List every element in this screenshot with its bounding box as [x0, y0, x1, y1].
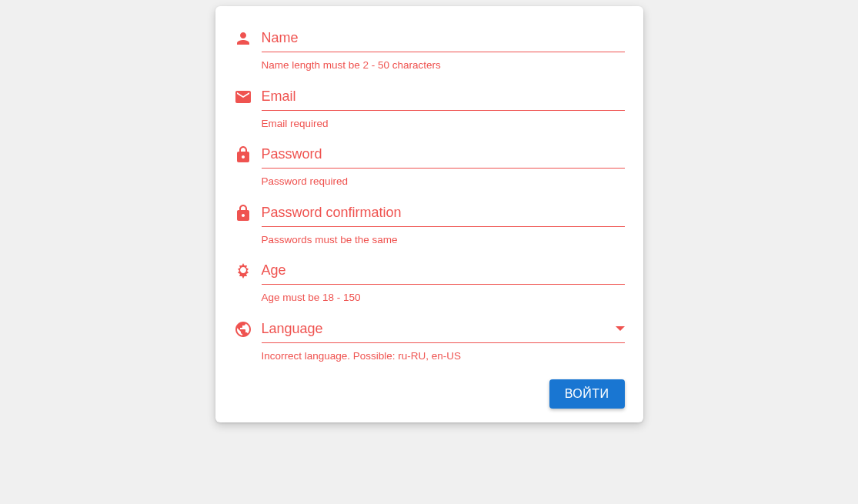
language-label: Language — [262, 321, 323, 337]
name-field-row: Name Name length must be 2 - 50 characte… — [234, 25, 625, 72]
password-field-row: Password Password required — [234, 141, 625, 189]
password-input-wrap: Password — [262, 141, 625, 169]
age-hint: Age must be 18 - 150 — [262, 291, 625, 305]
password-confirm-hint: Passwords must be the same — [262, 233, 625, 247]
bug-icon — [234, 257, 262, 280]
name-hint: Name length must be 2 - 50 characters — [262, 58, 625, 72]
password-hint: Password required — [262, 175, 625, 189]
email-input-wrap: Email — [262, 83, 625, 111]
language-field-row: Language Incorrect language. Possible: r… — [234, 315, 625, 363]
globe-icon — [234, 315, 262, 339]
password-confirm-field-row: Password confirmation Passwords must be … — [234, 199, 625, 247]
lock-confirm-icon — [234, 199, 262, 222]
language-hint: Incorrect language. Possible: ru-RU, en-… — [262, 349, 625, 363]
age-input[interactable] — [262, 257, 625, 284]
mail-icon — [234, 83, 262, 106]
password-input[interactable] — [262, 141, 625, 168]
person-icon — [234, 25, 262, 48]
button-row: ВОЙТИ — [234, 379, 625, 409]
age-input-wrap: Age — [262, 257, 625, 285]
language-select[interactable]: Language — [262, 315, 625, 343]
email-field-row: Email Email required — [234, 83, 625, 131]
name-input-wrap: Name — [262, 25, 625, 52]
password-confirm-input-wrap: Password confirmation — [262, 199, 625, 227]
signup-form-card: Name Name length must be 2 - 50 characte… — [215, 6, 643, 422]
password-confirm-input[interactable] — [262, 199, 625, 226]
lock-icon — [234, 141, 262, 164]
age-field-row: Age Age must be 18 - 150 — [234, 257, 625, 305]
email-hint: Email required — [262, 117, 625, 131]
submit-button[interactable]: ВОЙТИ — [549, 379, 625, 409]
chevron-down-icon — [616, 326, 625, 331]
email-input[interactable] — [262, 83, 625, 110]
name-input[interactable] — [262, 25, 625, 52]
